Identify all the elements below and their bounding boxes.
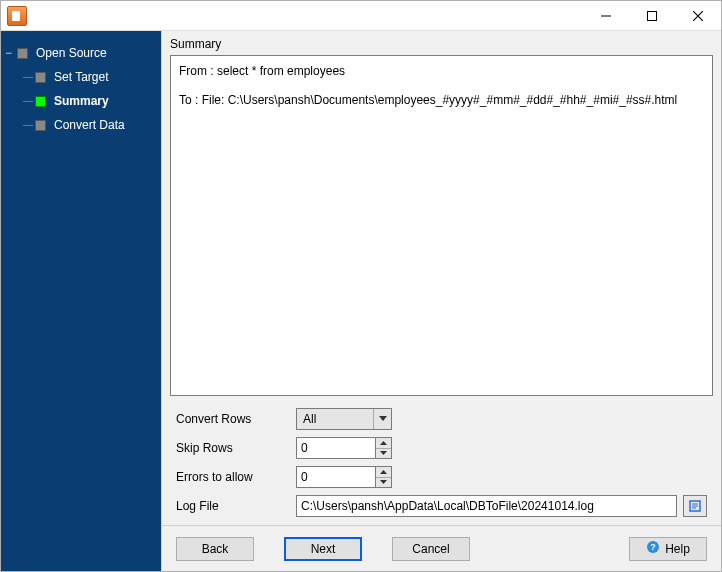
chevron-down-icon [373,409,391,429]
sidebar-item-summary[interactable]: Summary [1,89,161,113]
sidebar-item-label: Open Source [36,46,107,60]
wizard-button-bar: Back Next Cancel ? Help [162,525,721,571]
spin-up-button[interactable] [376,438,391,449]
button-label: Cancel [412,542,449,556]
step-bullet-icon [17,48,28,59]
spin-down-button[interactable] [376,478,391,488]
errors-input[interactable] [297,467,375,487]
sidebar-item-convert-data[interactable]: Convert Data [1,113,161,137]
logfile-label: Log File [176,499,296,513]
svg-text:?: ? [650,542,656,552]
sidebar-item-open-source[interactable]: − Open Source [1,41,161,65]
titlebar [1,1,721,31]
wizard-sidebar: − Open Source Set Target Summary Convert… [1,31,161,571]
spin-up-button[interactable] [376,467,391,478]
app-icon [7,6,27,26]
summary-to-line: To : File: C:\Users\pansh\Documents\empl… [179,91,704,110]
next-button[interactable]: Next [284,537,362,561]
help-icon: ? [646,540,660,557]
app-window: − Open Source Set Target Summary Convert… [0,0,722,572]
main-panel: Summary From : select * from employees T… [161,31,721,571]
summary-from-line: From : select * from employees [179,62,704,81]
wizard-body: − Open Source Set Target Summary Convert… [1,31,721,571]
help-button[interactable]: ? Help [629,537,707,561]
cancel-button[interactable]: Cancel [392,537,470,561]
browse-log-button[interactable] [683,495,707,517]
skip-rows-spinbox[interactable] [296,437,392,459]
close-button[interactable] [675,1,721,31]
sidebar-item-label: Set Target [54,70,108,84]
errors-spinbox[interactable] [296,466,392,488]
button-label: Next [311,542,336,556]
options-form: Convert Rows All Skip Rows [162,404,721,525]
maximize-button[interactable] [629,1,675,31]
convert-rows-dropdown[interactable]: All [296,408,392,430]
step-bullet-icon [35,72,46,83]
errors-label: Errors to allow [176,470,296,484]
tree-collapse-icon: − [5,47,12,59]
convert-rows-value: All [297,412,373,426]
spin-down-button[interactable] [376,449,391,459]
skip-rows-input[interactable] [297,438,375,458]
convert-rows-label: Convert Rows [176,412,296,426]
svg-rect-0 [648,11,657,20]
sidebar-item-label: Convert Data [54,118,125,132]
sidebar-item-label: Summary [54,94,109,108]
skip-rows-label: Skip Rows [176,441,296,455]
button-label: Back [202,542,229,556]
step-bullet-icon [35,120,46,131]
step-bullet-icon [35,96,46,107]
button-label: Help [665,542,690,556]
minimize-button[interactable] [583,1,629,31]
summary-heading: Summary [162,31,721,55]
summary-text-area[interactable]: From : select * from employees To : File… [170,55,713,396]
logfile-input[interactable] [296,495,677,517]
sidebar-item-set-target[interactable]: Set Target [1,65,161,89]
back-button[interactable]: Back [176,537,254,561]
